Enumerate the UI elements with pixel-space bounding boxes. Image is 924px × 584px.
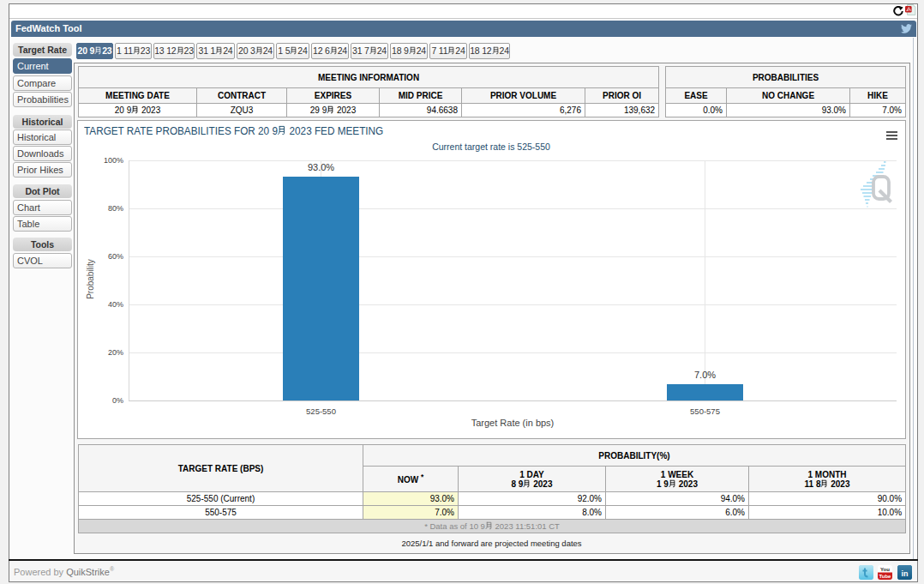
svg-text:You: You <box>880 567 890 572</box>
svg-text:Tube: Tube <box>879 574 892 579</box>
svg-text:in: in <box>902 569 909 578</box>
